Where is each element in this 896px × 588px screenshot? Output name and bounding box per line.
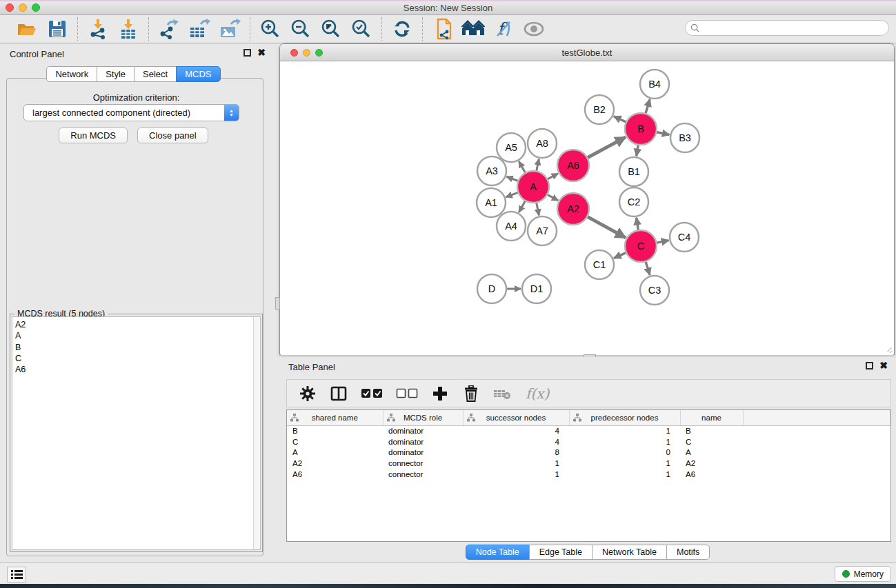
zoom-fit-icon[interactable] (319, 18, 343, 40)
network-window-titlebar[interactable]: testGlobe.txt (280, 44, 894, 61)
task-history-button[interactable] (7, 567, 26, 582)
table-cell[interactable]: dominator (383, 436, 463, 447)
table-cell[interactable]: A2 (287, 458, 383, 469)
graph-node-A7[interactable]: A7 (528, 216, 557, 245)
graph-node-C2[interactable]: C2 (619, 187, 648, 216)
graph-edge-C-C2[interactable] (637, 218, 639, 231)
graph-node-A5[interactable]: A5 (497, 133, 526, 162)
graph-node-A8[interactable]: A8 (528, 129, 557, 158)
graph-edge-A-A2[interactable] (547, 194, 558, 201)
graph-node-A6[interactable]: A6 (557, 150, 589, 181)
table-row[interactable]: Bdominator41B (287, 425, 890, 436)
graph-node-A2[interactable]: A2 (557, 193, 589, 225)
tab-style[interactable]: Style (97, 66, 135, 82)
delete-table-icon[interactable] (492, 383, 512, 405)
left-splitter-handle[interactable] (275, 297, 280, 310)
mcds-result-item[interactable]: A (15, 330, 260, 341)
zoom-out-icon[interactable] (289, 18, 312, 40)
graph-edge-A-A8[interactable] (537, 159, 539, 172)
table-cell[interactable]: 1 (569, 458, 680, 469)
float-table-panel-icon[interactable] (866, 362, 873, 369)
tab-mcds[interactable]: MCDS (176, 66, 220, 82)
graph-node-B3[interactable]: B3 (670, 123, 699, 152)
column-header-predecessor-nodes[interactable]: predecessor nodes (569, 410, 680, 425)
graph-node-C4[interactable]: C4 (670, 223, 699, 252)
table-cell[interactable]: 1 (569, 425, 680, 436)
import-network-icon[interactable] (86, 18, 110, 40)
graph-edge-C-C3[interactable] (646, 261, 650, 275)
refresh-icon[interactable] (390, 18, 414, 40)
memory-button[interactable]: Memory (835, 566, 891, 582)
hide-graphics-details-icon[interactable]: f (492, 18, 515, 40)
toggle-view-eye-icon[interactable] (522, 18, 546, 40)
criterion-dropdown[interactable]: largest connected component (directed) ▲… (23, 104, 239, 121)
column-header-MCDS-role[interactable]: MCDS role (383, 410, 463, 425)
tab-node-table[interactable]: Node Table (466, 545, 530, 560)
network-canvas[interactable]: B4B2BB3B1A5A8A6A3AA1A2A4A7C2C4CC1C3DD1 (281, 62, 893, 355)
result-scrollbar[interactable] (253, 317, 260, 549)
column-header-name[interactable]: name (680, 410, 743, 425)
mcds-result-item[interactable]: B (15, 342, 260, 353)
table-cell[interactable]: B (287, 425, 383, 436)
graph-edge-A-A5[interactable] (519, 161, 525, 173)
graph-node-B1[interactable]: B1 (619, 157, 648, 186)
graph-edge-A6-B[interactable] (587, 137, 626, 158)
table-cell[interactable]: A (287, 447, 383, 458)
column-header-shared-name[interactable]: shared name (287, 410, 383, 425)
graph-node-A1[interactable]: A1 (477, 188, 506, 217)
graph-node-C1[interactable]: C1 (585, 250, 614, 279)
graph-node-C[interactable]: C (625, 230, 657, 262)
export-network-icon[interactable] (157, 18, 181, 40)
table-cell[interactable]: dominator (383, 447, 463, 458)
graph-edge-B-B4[interactable] (646, 99, 650, 114)
graph-edge-C-C1[interactable] (614, 252, 626, 258)
graph-edge-A-A6[interactable] (547, 174, 558, 179)
table-cell[interactable]: 1 (569, 436, 680, 447)
mcds-result-item[interactable]: A6 (15, 364, 260, 375)
search-input[interactable] (699, 21, 888, 35)
table-cell[interactable]: C (680, 436, 743, 447)
table-cell[interactable]: connector (383, 469, 463, 480)
delete-column-icon[interactable] (461, 383, 481, 405)
graph-node-A4[interactable]: A4 (497, 212, 526, 241)
table-cell[interactable]: A (680, 447, 743, 458)
tab-network-table[interactable]: Network Table (592, 545, 667, 560)
graph-node-A3[interactable]: A3 (477, 156, 506, 185)
close-panel-icon[interactable]: ✖ (257, 49, 266, 57)
network-from-file-icon[interactable] (431, 18, 455, 40)
zoom-selected-icon[interactable] (350, 18, 373, 40)
graph-node-B2[interactable]: B2 (585, 95, 614, 124)
graph-node-A[interactable]: A (517, 171, 549, 203)
graph-edge-A-A7[interactable] (537, 203, 539, 216)
graph-edge-A-A3[interactable] (506, 176, 518, 181)
column-header-successor-nodes[interactable]: successor nodes (463, 410, 569, 425)
export-table-icon[interactable] (188, 18, 211, 40)
graph-node-D1[interactable]: D1 (522, 274, 551, 303)
tab-select[interactable]: Select (134, 66, 177, 82)
table-row[interactable]: Cdominator41C (287, 436, 890, 447)
search-box[interactable] (685, 20, 889, 36)
graph-edge-B-B2[interactable] (614, 116, 626, 123)
tab-motifs[interactable]: Motifs (666, 545, 710, 560)
graph-edge-C-C4[interactable] (657, 241, 669, 243)
deselect-all-checkboxes-icon[interactable] (395, 383, 419, 405)
mcds-result-item[interactable]: A2 (15, 319, 260, 330)
graph-edge-B-B1[interactable] (637, 145, 639, 156)
float-panel-icon[interactable] (243, 49, 251, 57)
table-cell[interactable]: dominator (383, 425, 463, 436)
export-image-icon[interactable] (218, 18, 241, 40)
save-session-icon[interactable] (46, 18, 69, 40)
run-mcds-button[interactable]: Run MCDS (59, 128, 128, 143)
zoom-in-icon[interactable] (259, 18, 282, 40)
table-row[interactable]: Adominator80A (287, 447, 890, 458)
table-cell[interactable]: B (680, 425, 743, 436)
tab-edge-table[interactable]: Edge Table (529, 545, 593, 560)
table-cell[interactable]: 1 (463, 469, 569, 480)
add-column-icon[interactable] (430, 383, 450, 405)
select-all-checkboxes-icon[interactable] (360, 383, 384, 405)
table-cell[interactable]: 4 (463, 425, 569, 436)
close-table-panel-icon[interactable]: ✖ (879, 362, 888, 369)
table-cell[interactable]: 1 (569, 469, 680, 480)
graph-edge-A-A4[interactable] (519, 201, 525, 212)
table-cell[interactable]: connector (383, 458, 463, 469)
